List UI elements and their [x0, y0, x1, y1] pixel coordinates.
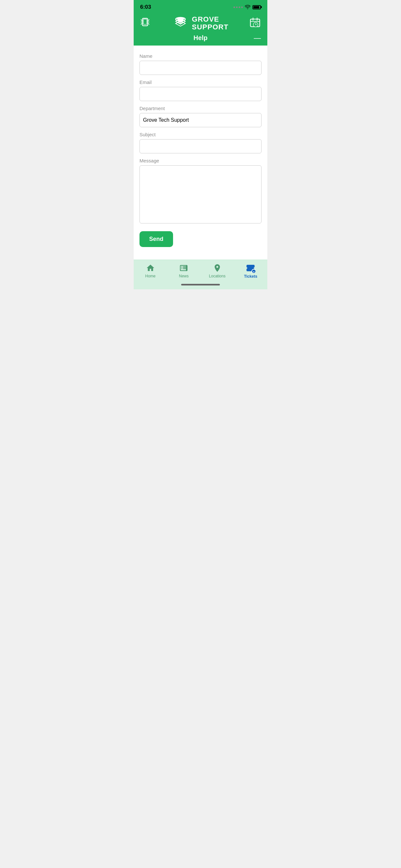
subject-label: Subject — [140, 132, 261, 137]
tab-tickets-label: Tickets — [244, 274, 257, 279]
status-time: 6:03 — [140, 4, 151, 10]
email-input[interactable] — [140, 87, 261, 101]
collapse-button[interactable]: — — [254, 35, 261, 42]
news-icon — [179, 264, 188, 273]
brand-line2: SUPPORT — [192, 23, 228, 31]
app-logo: GROVE SUPPORT — [173, 16, 228, 31]
brand-line1: GROVE — [192, 16, 228, 23]
name-label: Name — [140, 53, 261, 59]
department-input[interactable] — [140, 113, 261, 127]
home-indicator — [134, 281, 267, 289]
tab-locations[interactable]: Locations — [201, 264, 234, 278]
locations-icon — [213, 264, 222, 273]
app-header: GROVE SUPPORT — [134, 12, 267, 31]
grove-logo-icon — [173, 16, 189, 30]
svg-rect-18 — [186, 265, 187, 271]
svg-line-5 — [148, 20, 149, 21]
app-brand-text: GROVE SUPPORT — [192, 16, 228, 31]
tab-home[interactable]: Home — [134, 264, 167, 278]
tab-news-label: News — [179, 274, 189, 278]
svg-line-7 — [148, 24, 149, 25]
send-button[interactable]: Send — [140, 231, 173, 247]
name-input[interactable] — [140, 61, 261, 75]
status-bar: 6:03 — [134, 0, 267, 12]
message-textarea[interactable] — [140, 165, 261, 223]
tab-home-label: Home — [145, 274, 156, 278]
svg-rect-1 — [143, 19, 147, 24]
tab-tickets[interactable]: + Tickets — [234, 263, 268, 279]
svg-line-2 — [141, 20, 142, 21]
home-indicator-bar — [181, 284, 220, 285]
department-label: Department — [140, 105, 261, 111]
svg-line-4 — [141, 24, 142, 25]
signal-dots-icon — [234, 6, 243, 8]
battery-icon — [252, 5, 261, 9]
help-form: Name Email Department Subject Message Se… — [134, 45, 267, 259]
svg-text:+: + — [253, 270, 255, 273]
email-label: Email — [140, 80, 261, 85]
wifi-icon — [245, 5, 251, 9]
tab-locations-label: Locations — [209, 274, 225, 278]
schedule-icon[interactable] — [249, 17, 261, 30]
page-title: Help — [193, 34, 207, 42]
page-nav-bar: Help — — [134, 31, 267, 45]
phone-shake-icon[interactable] — [140, 17, 152, 30]
tab-bar: Home News Locations + Tickets — [134, 259, 267, 281]
tab-news[interactable]: News — [167, 264, 201, 278]
subject-input[interactable] — [140, 139, 261, 153]
phone-frame: 6:03 — [134, 0, 267, 289]
message-label: Message — [140, 158, 261, 163]
home-icon — [146, 264, 155, 273]
tickets-icon: + — [246, 263, 255, 273]
status-icons — [234, 5, 261, 9]
